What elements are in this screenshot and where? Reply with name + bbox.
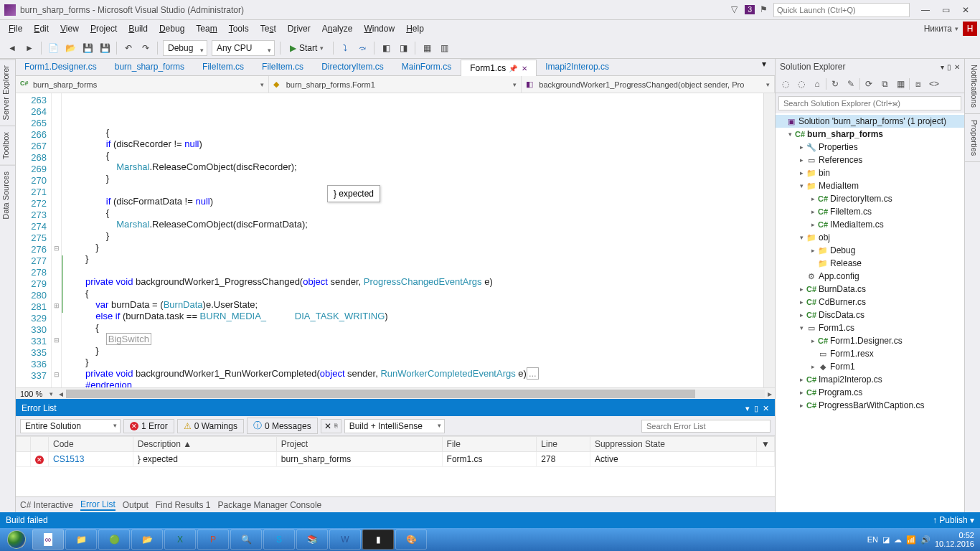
solution-tree[interactable]: ▣ Solution 'burn_sharp_forms' (1 project… — [776, 113, 964, 512]
tab-dropdown-icon[interactable]: ▾ — [762, 59, 775, 75]
menu-debug[interactable]: Debug — [154, 22, 190, 36]
data-sources-tab[interactable]: Data Sources — [0, 165, 15, 225]
account-avatar[interactable]: Н — [963, 22, 977, 36]
tree-node[interactable]: ▸C#BurnData.cs — [776, 283, 964, 296]
tree-node[interactable]: ▸C#DiscData.cs — [776, 309, 964, 321]
minimize-button[interactable]: — — [915, 3, 936, 17]
horizontal-scrollbar[interactable]: 100 % ▾ ◂ ▸ — [16, 387, 775, 399]
config-combo[interactable]: Debug — [163, 40, 207, 56]
menu-file[interactable]: File — [3, 22, 28, 36]
panel-close-icon[interactable]: ✕ — [954, 63, 960, 71]
bottom-tab-output[interactable]: Output — [123, 500, 149, 510]
nav-class-combo[interactable]: ◆burn_sharp_forms.Form1▾ — [269, 76, 522, 93]
tree-node[interactable]: ⚙App.config — [776, 270, 964, 283]
save-all-button[interactable]: 💾 — [97, 40, 113, 56]
nav-fwd-button[interactable]: ► — [22, 40, 37, 56]
feedback-flag-icon[interactable]: ⚑ — [760, 4, 771, 16]
tree-node[interactable]: ▾▭Form1.cs — [776, 321, 964, 334]
taskbar-app-folder[interactable]: 📂 — [131, 529, 163, 550]
tb-icon-a[interactable]: ◧ — [378, 40, 394, 56]
doc-tab[interactable]: Imapi2Interop.cs — [537, 59, 618, 75]
nav-member-combo[interactable]: ◧backgroundWorker1_ProgressChanged(objec… — [522, 76, 775, 93]
menu-test[interactable]: Test — [255, 22, 282, 36]
col-project[interactable]: Project — [276, 437, 442, 452]
menu-tools[interactable]: Tools — [223, 22, 255, 36]
zoom-level[interactable]: 100 % — [16, 390, 47, 398]
doc-tab[interactable]: FileItem.cs — [194, 59, 253, 75]
col-description[interactable]: Description ▲ — [133, 437, 276, 452]
sx-showall-icon[interactable]: ▦ — [893, 77, 908, 91]
redo-button[interactable]: ↷ — [138, 40, 154, 56]
col-file[interactable]: File — [442, 437, 537, 452]
toolbox-tab[interactable]: Toolbox — [0, 126, 15, 165]
fold-column[interactable]: ⊟⊞⊟⊟ — [52, 93, 62, 387]
project-node[interactable]: ▾C# burn_sharp_forms — [776, 128, 964, 141]
sx-fwd-icon[interactable]: ◌ — [794, 77, 809, 91]
errors-filter-chip[interactable]: ✕1 Error — [123, 419, 174, 433]
code-surface[interactable]: { if (discRecorder != null) { Marshal.Re… — [62, 93, 763, 387]
feedback-icon[interactable]: ▽ — [731, 4, 743, 16]
doc-tab-active[interactable]: Form1.cs📌✕ — [461, 60, 537, 76]
error-grid[interactable]: Code Description ▲ Project File Line Sup… — [16, 436, 775, 496]
account-name[interactable]: Никита — [924, 24, 952, 34]
tray-volume-icon[interactable]: 🔊 — [920, 535, 930, 545]
tree-node[interactable]: ▸C#DirectoryItem.cs — [776, 192, 964, 205]
maximize-button[interactable]: ▭ — [936, 3, 956, 17]
doc-tab[interactable]: FileItem.cs — [253, 59, 313, 75]
doc-tab[interactable]: burn_sharp_forms — [106, 59, 194, 75]
sx-collapse-icon[interactable]: ⧉ — [877, 77, 892, 91]
tray-lang[interactable]: EN — [867, 535, 878, 544]
tree-node[interactable]: ▸📁bin — [776, 166, 964, 179]
tree-node[interactable]: ▸C#Form1.Designer.cs — [776, 334, 964, 347]
taskbar-app-skype[interactable]: S — [263, 529, 295, 550]
vertical-scrollbar[interactable] — [763, 93, 775, 387]
tree-node[interactable]: ▸C#IMediaItem.cs — [776, 218, 964, 231]
tree-node[interactable]: ▸C#Program.cs — [776, 386, 964, 399]
tree-node[interactable]: ▾📁obj — [776, 231, 964, 244]
tree-node[interactable]: ▸C#CdBurner.cs — [776, 296, 964, 309]
menu-view[interactable]: View — [55, 22, 85, 36]
sx-home-icon[interactable]: ⌂ — [810, 77, 824, 91]
taskbar-app-ppt[interactable]: P — [197, 529, 229, 550]
tree-node[interactable]: 📁Release — [776, 257, 964, 270]
error-scope-combo[interactable]: Entire Solution — [20, 419, 121, 433]
col-code[interactable]: Code — [49, 437, 133, 452]
tb-icon-c[interactable]: ▦ — [419, 40, 435, 56]
tree-node[interactable]: ▸◆Form1 — [776, 360, 964, 373]
taskbar-app-vs[interactable]: ∞ — [32, 529, 64, 550]
bottom-tab-csi[interactable]: C# Interactive — [20, 500, 73, 510]
sx-viewcode-icon[interactable]: <> — [927, 77, 941, 91]
col-filter-icon[interactable]: ▼ — [757, 437, 775, 452]
clear-filter-button[interactable]: ✕⎘ — [321, 419, 341, 433]
doc-tab[interactable]: MainForm.cs — [393, 59, 461, 75]
properties-tab[interactable]: Properties — [965, 114, 980, 162]
menu-edit[interactable]: Edit — [28, 22, 55, 36]
menu-project[interactable]: Project — [85, 22, 123, 36]
solution-root-node[interactable]: ▣ Solution 'burn_sharp_forms' (1 project… — [776, 115, 964, 128]
platform-combo[interactable]: Any CPU — [212, 40, 275, 56]
messages-filter-chip[interactable]: ⓘ0 Messages — [247, 418, 318, 434]
step-over-icon[interactable]: ⤼ — [354, 40, 370, 56]
tree-node[interactable]: ▸📁Debug — [776, 244, 964, 257]
taskbar-app-cmd[interactable]: ▮ — [362, 529, 394, 550]
solution-search-input[interactable] — [778, 96, 961, 110]
tree-node[interactable]: ▸C#FileItem.cs — [776, 205, 964, 218]
error-search-input[interactable] — [641, 420, 771, 433]
server-explorer-tab[interactable]: Server Explorer — [0, 59, 15, 126]
error-row[interactable]: ✕ CS1513 } expected burn_sharp_forms For… — [17, 452, 775, 467]
step-into-icon[interactable]: ⤵ — [337, 40, 353, 56]
taskbar-app-explorer[interactable]: 📁 — [65, 529, 97, 550]
menu-driver[interactable]: Driver — [282, 22, 316, 36]
bottom-tab-errorlist[interactable]: Error List — [80, 499, 116, 511]
start-debug-button[interactable]: ▶Start ▾ — [284, 40, 329, 56]
col-line[interactable]: Line — [537, 437, 590, 452]
tray-action-center-icon[interactable]: ◪ — [882, 535, 890, 545]
panel-pin-icon[interactable]: ▯ — [754, 404, 758, 413]
menu-build[interactable]: Build — [123, 22, 154, 36]
new-project-button[interactable]: 📄 — [45, 40, 61, 56]
build-intellisense-combo[interactable]: Build + IntelliSense — [344, 419, 445, 433]
start-button[interactable] — [1, 528, 32, 551]
notification-badge[interactable]: 3 — [745, 5, 755, 14]
sx-back-icon[interactable]: ◌ — [778, 77, 793, 91]
undo-button[interactable]: ↶ — [121, 40, 136, 56]
